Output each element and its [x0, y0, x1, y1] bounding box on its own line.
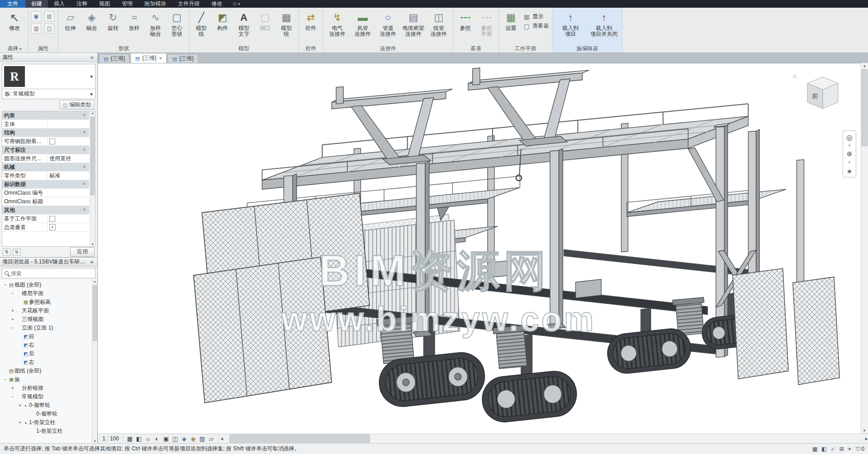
ribbon-tab[interactable]: 附加模块	[139, 0, 172, 8]
3d-model-view[interactable]: BIM资源网 www.bimzyw.com	[98, 63, 861, 434]
type-properties-icon[interactable]	[44, 24, 54, 33]
family-types-icon[interactable]	[44, 11, 54, 21]
property-value[interactable]	[48, 224, 89, 230]
property-row[interactable]: 主体	[2, 120, 89, 129]
ribbon-button[interactable]: 构件	[212, 9, 233, 43]
shadows-icon[interactable]	[153, 435, 161, 442]
ribbon-button[interactable]: 风管 连接件	[350, 9, 375, 43]
vertical-scrollbar[interactable]	[861, 63, 868, 434]
ribbon-tab[interactable]: 注释	[71, 0, 93, 8]
ribbon-button[interactable]: 放样	[124, 9, 145, 43]
tree-expander-icon[interactable]: +	[17, 420, 23, 425]
property-value[interactable]	[48, 139, 89, 144]
tree-item[interactable]: + 分析链接	[0, 384, 92, 392]
ribbon-button[interactable]: 电缆桥架 连接件	[401, 9, 426, 43]
ribbon-button[interactable]: 参照	[455, 9, 476, 43]
ribbon-button[interactable]: 载入到 项目	[554, 9, 587, 43]
ribbon-button[interactable]: 参照 平面	[476, 9, 497, 43]
ribbon-button[interactable]: 放样 融合	[145, 9, 166, 43]
ribbon-group-label-select[interactable]: 选择	[1, 45, 28, 53]
tree-expander-icon[interactable]: −	[10, 394, 15, 399]
close-icon[interactable]	[89, 259, 95, 265]
ribbon-button[interactable]: 模型 线	[191, 9, 212, 43]
ribbon-tab[interactable]: 创建	[25, 0, 48, 8]
home-icon[interactable]	[793, 72, 796, 79]
tree-expander-icon[interactable]: +	[10, 317, 15, 322]
tree-item[interactable]: − 立面 (立面 1)	[0, 324, 92, 332]
tree-item[interactable]: + 天花板平面	[0, 306, 92, 315]
tree-expander-icon[interactable]: −	[10, 325, 15, 330]
crop-view-icon[interactable]	[162, 435, 170, 442]
property-row[interactable]: 零件类型 标准	[2, 172, 89, 180]
filter-icon[interactable]: 0	[856, 446, 864, 452]
tree-item[interactable]: − 视图 (全部)	[0, 281, 92, 289]
tree-item[interactable]: 参照标高	[0, 298, 92, 306]
ribbon-button[interactable]: 模型 组	[276, 9, 297, 43]
tree-expander-icon[interactable]: −	[10, 291, 15, 296]
tree-item[interactable]: 后	[0, 349, 92, 358]
scroll-left-icon[interactable]	[219, 434, 225, 443]
ribbon-options-icon[interactable]	[228, 0, 245, 8]
property-row[interactable]: 可将钢筋附着...	[2, 137, 89, 146]
ribbon-button[interactable]: 电气 连接件	[325, 9, 350, 43]
apply-button[interactable]: 应用	[70, 247, 95, 257]
property-value[interactable]: 标准	[48, 172, 89, 180]
property-row[interactable]: OmniClass 标题	[2, 197, 89, 206]
family-category-icon[interactable]	[31, 24, 41, 33]
project-browser-search-input[interactable]	[11, 270, 93, 277]
sort-ascending-icon[interactable]	[3, 249, 11, 256]
sort-grouping-icon[interactable]	[13, 249, 21, 256]
constraints-icon[interactable]	[207, 435, 216, 442]
view-tab[interactable]: {三维}	[130, 53, 167, 63]
select-toggle-icon[interactable]	[839, 446, 844, 452]
modify-button[interactable]: 修改	[2, 9, 27, 43]
design-options-icon[interactable]	[821, 446, 826, 452]
reveal-hidden-elements-icon[interactable]	[189, 435, 197, 442]
horizontal-scrollbar[interactable]	[218, 434, 868, 443]
scrollbar-thumb[interactable]	[93, 285, 97, 341]
family-properties-icon[interactable]	[31, 11, 41, 21]
property-row[interactable]: 其他	[2, 206, 89, 215]
ribbon-small-button[interactable]: 查看器	[523, 22, 549, 30]
ribbon-button[interactable]: 拉伸	[60, 9, 81, 43]
ribbon-tab[interactable]: 视图	[93, 0, 116, 8]
editable-only-icon[interactable]	[831, 446, 835, 452]
tree-expander-icon[interactable]: −	[3, 377, 8, 382]
browser-scrollbar[interactable]	[92, 280, 97, 443]
tree-item[interactable]: 前	[0, 332, 92, 341]
pan-icon[interactable]	[844, 166, 855, 176]
show-crop-region-icon[interactable]	[171, 435, 179, 442]
worksets-icon[interactable]	[812, 446, 817, 452]
close-icon[interactable]	[89, 54, 95, 61]
chevron-down-icon[interactable]	[844, 160, 855, 164]
property-row[interactable]: OmniClass 编号	[2, 189, 89, 197]
ribbon-button[interactable]: 融合	[81, 9, 102, 43]
ribbon-button[interactable]: 控件	[300, 9, 321, 43]
property-row[interactable]: 标识数据	[2, 180, 89, 189]
ribbon-button[interactable]: 模型 文字	[233, 9, 254, 43]
edit-type-button[interactable]: 编辑类型	[59, 100, 95, 110]
ribbon-tab[interactable]: 管理	[116, 0, 139, 8]
drag-without-selection-icon[interactable]	[848, 446, 851, 452]
ribbon-tab[interactable]: 文件升级	[172, 0, 206, 8]
tree-item[interactable]: 右	[0, 341, 92, 349]
zoom-icon[interactable]	[844, 149, 855, 159]
ribbon-button[interactable]: 旋转	[102, 9, 124, 43]
tree-expander-icon[interactable]: +	[17, 403, 23, 408]
ribbon-button[interactable]: 线管 连接件	[426, 9, 451, 43]
property-row[interactable]: 尺寸标注	[2, 146, 89, 154]
detail-level-icon[interactable]	[126, 435, 134, 442]
property-value[interactable]	[48, 216, 89, 222]
property-row[interactable]: 基于工作平面	[2, 215, 89, 223]
file-menu-button[interactable]: 文件	[0, 0, 25, 8]
scroll-right-icon[interactable]	[862, 434, 868, 443]
tree-expander-icon[interactable]: −	[3, 282, 8, 287]
ribbon-button[interactable]: 管道 连接件	[375, 9, 401, 43]
scroll-up-icon[interactable]	[90, 111, 95, 115]
tree-item[interactable]: 图纸 (全部)	[0, 367, 92, 375]
ribbon-tab[interactable]: 修改	[206, 0, 228, 8]
property-row[interactable]: 结构	[2, 129, 89, 137]
chevron-down-icon[interactable]	[844, 143, 855, 148]
tree-item[interactable]: 0-履带轮	[0, 410, 92, 418]
scale-button[interactable]: 1 : 100	[101, 435, 123, 442]
